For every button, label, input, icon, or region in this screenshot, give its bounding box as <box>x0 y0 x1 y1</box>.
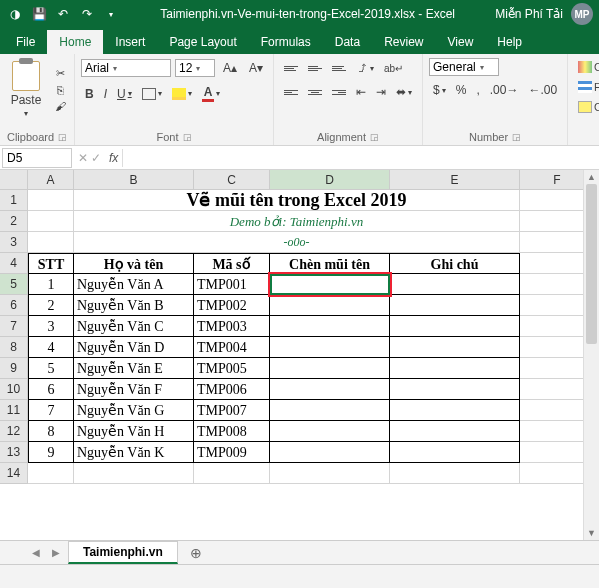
cell-arrow[interactable] <box>270 316 390 337</box>
cell-arrow[interactable] <box>270 379 390 400</box>
cell-name[interactable]: Nguyễn Văn F <box>74 379 194 400</box>
align-top-button[interactable] <box>280 63 302 74</box>
align-middle-button[interactable] <box>304 63 326 74</box>
cut-button[interactable]: ✂ <box>52 67 68 81</box>
cell-name[interactable]: Nguyễn Văn C <box>74 316 194 337</box>
cell-code[interactable]: TMP008 <box>194 421 270 442</box>
scroll-down-icon[interactable]: ▼ <box>584 526 599 540</box>
hdr-code[interactable]: Mã số <box>194 253 270 274</box>
row-header-9[interactable]: 9 <box>0 358 28 379</box>
orientation-button[interactable]: ⭜▾ <box>352 58 378 78</box>
cell-note[interactable] <box>390 316 520 337</box>
align-right-button[interactable] <box>328 87 350 98</box>
cancel-formula-icon[interactable]: ✕ <box>78 151 88 165</box>
cell-styles-button[interactable]: Cell Styles▾ <box>574 98 599 116</box>
cell-note[interactable] <box>390 379 520 400</box>
cell-code[interactable]: TMP003 <box>194 316 270 337</box>
font-size-select[interactable]: 12▾ <box>175 59 215 77</box>
col-header-C[interactable]: C <box>194 170 270 189</box>
tab-home[interactable]: Home <box>47 30 103 54</box>
avatar[interactable]: MP <box>571 3 593 25</box>
cell-name[interactable]: Nguyễn Văn E <box>74 358 194 379</box>
conditional-formatting-button[interactable]: Conditional Formatt <box>574 58 599 76</box>
increase-indent-button[interactable]: ⇥ <box>372 82 390 102</box>
cell-arrow[interactable] <box>270 337 390 358</box>
cell-note[interactable] <box>390 358 520 379</box>
underline-button[interactable]: U▾ <box>113 84 136 104</box>
select-all-corner[interactable] <box>0 170 28 189</box>
number-format-select[interactable]: General▾ <box>429 58 499 76</box>
qat-customize-icon[interactable]: ▾ <box>102 5 120 23</box>
cell-note[interactable] <box>390 274 520 295</box>
autosave-icon[interactable]: ◑ <box>6 5 24 23</box>
tab-file[interactable]: File <box>4 30 47 54</box>
hdr-stt[interactable]: STT <box>28 253 74 274</box>
redo-icon[interactable]: ↷ <box>78 5 96 23</box>
sheet-demo[interactable]: Demo bởi: Taimienphi.vn <box>74 211 520 232</box>
cell-name[interactable]: Nguyễn Văn K <box>74 442 194 463</box>
cell-arrow[interactable] <box>270 274 390 295</box>
cell-code[interactable]: TMP009 <box>194 442 270 463</box>
row-header-5[interactable]: 5 <box>0 274 28 295</box>
row-header-10[interactable]: 10 <box>0 379 28 400</box>
paste-button[interactable]: Paste ▾ <box>6 58 46 121</box>
cell-name[interactable]: Nguyễn Văn A <box>74 274 194 295</box>
decrease-font-button[interactable]: A▾ <box>245 58 267 78</box>
cell-note[interactable] <box>390 421 520 442</box>
formula-input[interactable] <box>122 149 599 167</box>
undo-icon[interactable]: ↶ <box>54 5 72 23</box>
cell-arrow[interactable] <box>270 421 390 442</box>
cell-stt[interactable]: 4 <box>28 337 74 358</box>
save-icon[interactable]: 💾 <box>30 5 48 23</box>
italic-button[interactable]: I <box>100 84 111 104</box>
hdr-name[interactable]: Họ và tên <box>74 253 194 274</box>
hdr-arrow[interactable]: Chèn mũi tên <box>270 253 390 274</box>
cell-arrow[interactable] <box>270 358 390 379</box>
cell-name[interactable]: Nguyễn Văn B <box>74 295 194 316</box>
bold-button[interactable]: B <box>81 84 98 104</box>
comma-button[interactable]: , <box>472 80 483 100</box>
decrease-decimal-button[interactable]: ←.00 <box>524 80 561 100</box>
tab-formulas[interactable]: Formulas <box>249 30 323 54</box>
col-header-A[interactable]: A <box>28 170 74 189</box>
col-header-D[interactable]: D <box>270 170 390 189</box>
cell-stt[interactable]: 6 <box>28 379 74 400</box>
font-launcher-icon[interactable]: ◲ <box>183 132 192 142</box>
cell-stt[interactable]: 7 <box>28 400 74 421</box>
increase-decimal-button[interactable]: .00→ <box>486 80 523 100</box>
cell-code[interactable]: TMP002 <box>194 295 270 316</box>
cell-note[interactable] <box>390 295 520 316</box>
row-header-3[interactable]: 3 <box>0 232 28 253</box>
accounting-button[interactable]: $▾ <box>429 80 450 100</box>
cell-arrow[interactable] <box>270 295 390 316</box>
cell-stt[interactable]: 2 <box>28 295 74 316</box>
sheet-tab[interactable]: Taimienphi.vn <box>68 541 178 564</box>
format-as-table-button[interactable]: Format as Table▾ <box>574 78 599 96</box>
sheet-ooo[interactable]: -o0o- <box>74 232 520 253</box>
fx-icon[interactable]: fx <box>105 151 122 165</box>
copy-button[interactable]: ⎘ <box>52 83 68 97</box>
tab-page-layout[interactable]: Page Layout <box>157 30 248 54</box>
scroll-up-icon[interactable]: ▲ <box>584 170 599 184</box>
align-center-button[interactable] <box>304 87 326 98</box>
number-launcher-icon[interactable]: ◲ <box>512 132 521 142</box>
scroll-thumb[interactable] <box>586 184 597 344</box>
col-header-B[interactable]: B <box>74 170 194 189</box>
grid-area[interactable]: A B C D E F 1 Vẽ mũi tên trong Excel 201… <box>0 170 599 484</box>
account-name[interactable]: Miễn Phí Tải <box>495 7 563 21</box>
tab-review[interactable]: Review <box>372 30 435 54</box>
row-header-1[interactable]: 1 <box>0 190 28 211</box>
col-header-E[interactable]: E <box>390 170 520 189</box>
cell-code[interactable]: TMP005 <box>194 358 270 379</box>
row-header-8[interactable]: 8 <box>0 337 28 358</box>
fill-color-button[interactable]: ▾ <box>168 85 196 103</box>
row-header-2[interactable]: 2 <box>0 211 28 232</box>
font-name-select[interactable]: Arial▾ <box>81 59 171 77</box>
hdr-note[interactable]: Ghi chú <box>390 253 520 274</box>
enter-formula-icon[interactable]: ✓ <box>91 151 101 165</box>
cell-note[interactable] <box>390 442 520 463</box>
cell-stt[interactable]: 3 <box>28 316 74 337</box>
add-sheet-button[interactable]: ⊕ <box>182 545 210 561</box>
cell-code[interactable]: TMP001 <box>194 274 270 295</box>
wrap-text-button[interactable]: ab↵ <box>380 60 407 77</box>
